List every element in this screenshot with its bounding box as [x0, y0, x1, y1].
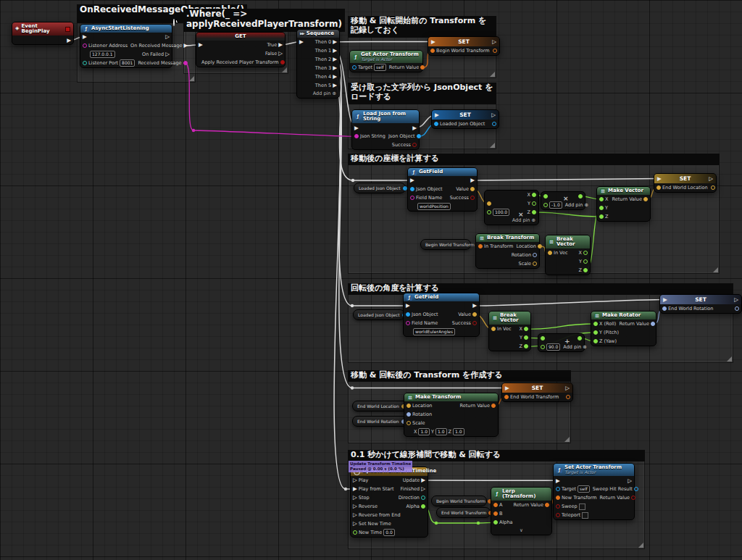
- exec-pin[interactable]: ▷: [492, 39, 496, 45]
- value-box[interactable]: 0.0: [383, 529, 395, 536]
- exec-pin[interactable]: ▶: [431, 39, 435, 45]
- exec-pin[interactable]: ▶: [333, 83, 337, 88]
- float-pin[interactable]: [543, 203, 548, 207]
- get-node[interactable]: GET▶True▶False▷Apply Received Player Tra…: [196, 32, 285, 67]
- float-pin[interactable]: [599, 197, 604, 201]
- object-pin[interactable]: [403, 186, 407, 191]
- comment-title-position[interactable]: 移動後の座標を計算する: [348, 154, 720, 165]
- bool-pin[interactable]: [470, 196, 475, 200]
- exec-pin[interactable]: ▷: [628, 478, 632, 484]
- float-pin[interactable]: [541, 336, 545, 340]
- object-pin[interactable]: [634, 487, 638, 491]
- exec-pin[interactable]: ▶: [333, 65, 337, 71]
- value-box[interactable]: worldEulerAngles: [413, 328, 455, 335]
- timeline-node[interactable]: UpdateTransformTimeline▷PlayUpdate▶▶Play…: [350, 467, 428, 538]
- rotator-pin[interactable]: [533, 253, 537, 257]
- float-pin[interactable]: [421, 504, 425, 509]
- value-box[interactable]: 100.0: [493, 209, 509, 216]
- exec-pin[interactable]: ▶: [67, 38, 71, 43]
- make-vector-node[interactable]: ⊞Make VectorXReturn ValueYZ: [596, 186, 651, 222]
- load-json-node[interactable]: ƒLoad Json from String▶▶Json StringJson …: [351, 109, 420, 150]
- variable-pill-pill-end-wr[interactable]: End World Rotation: [352, 416, 408, 427]
- float-pin[interactable]: [543, 194, 548, 198]
- exec-pin[interactable]: ▶: [333, 57, 337, 62]
- exec-pin[interactable]: ▶: [663, 297, 667, 303]
- mult-100-node[interactable]: ×XY100.0ZAdd pin ⊕: [484, 190, 539, 225]
- value-box[interactable]: self: [578, 485, 590, 493]
- lerp-node[interactable]: ƒLerp (Transform)AReturn ValueBAlpha∨: [491, 487, 552, 535]
- value-box[interactable]: 127.0.0.1: [90, 51, 115, 58]
- variable-pill-pill-end-wt-f[interactable]: End World Transform: [436, 507, 491, 518]
- scale-value-box[interactable]: 1.0: [435, 428, 447, 435]
- bool-pin[interactable]: [556, 513, 560, 517]
- bool-pin[interactable]: [556, 504, 560, 509]
- exec-pin[interactable]: ▷: [565, 385, 570, 391]
- exec-pin[interactable]: ▷: [165, 34, 170, 40]
- object-pin[interactable]: [492, 122, 496, 126]
- value-box[interactable]: self: [374, 64, 386, 71]
- float-pin[interactable]: [524, 327, 528, 331]
- get-actor-t-node[interactable]: ƒGet Actor TransformTarget is ActorTarge…: [349, 50, 423, 72]
- set-end-wr-node[interactable]: ▶SET▷End World Rotation: [659, 294, 742, 314]
- float-pin[interactable]: [532, 201, 536, 206]
- exec-pin[interactable]: ▶: [333, 74, 337, 80]
- float-pin[interactable]: [583, 259, 588, 264]
- exec-pin[interactable]: ▷: [353, 512, 357, 518]
- vector-pin[interactable]: [407, 421, 411, 425]
- node-footer[interactable]: ∨: [491, 527, 551, 535]
- comment-title-record[interactable]: 移動 & 回転開始前の Transform を記録しておく: [348, 16, 496, 38]
- break-transform-node[interactable]: ⊞Break TransformIn TransformLocationRota…: [475, 233, 540, 269]
- exec-pin[interactable]: ▶: [412, 125, 417, 131]
- comment-title-loadjson[interactable]: 受け取った文字列から JsonObject をロードする: [348, 83, 496, 104]
- exec-pin[interactable]: ▶: [199, 42, 203, 48]
- vector-pin[interactable]: [491, 327, 496, 331]
- variable-pill-pill-jo-c[interactable]: Loaded Json Object: [354, 183, 406, 193]
- rotator-pin[interactable]: [407, 412, 411, 417]
- exec-pin[interactable]: ▶: [184, 43, 188, 49]
- comment-resize-handle-maketransform[interactable]: [564, 437, 570, 442]
- vector-pin[interactable]: [470, 187, 475, 191]
- comment-resize-handle-position[interactable]: [713, 267, 718, 272]
- comment-title-maketransform[interactable]: 移動 & 回転後の Transform を作成する: [348, 370, 571, 382]
- float-pin[interactable]: [487, 210, 491, 214]
- transform-pin[interactable]: [420, 65, 425, 70]
- string-pin[interactable]: [406, 321, 410, 325]
- set-begin-wt-node[interactable]: ▶SET▷Begin World Transform: [428, 36, 500, 56]
- float-pin[interactable]: [599, 214, 604, 219]
- float-pin[interactable]: [353, 530, 357, 535]
- object-pin[interactable]: [417, 134, 421, 138]
- string-pin[interactable]: [354, 134, 359, 138]
- variable-pill-pill-begin-wt-f[interactable]: Begin World Transform: [431, 496, 487, 506]
- transform-pin[interactable]: [556, 496, 560, 500]
- exec-pin[interactable]: ▶: [421, 477, 425, 483]
- transform-pin[interactable]: [545, 503, 549, 507]
- async-node[interactable]: ƒAsyncStartListening▶▷Listener AddressOn…: [80, 24, 172, 68]
- exec-pin[interactable]: ▷: [278, 51, 283, 57]
- comment-resize-handle-lerp[interactable]: [638, 543, 643, 548]
- exec-pin[interactable]: ▶: [406, 303, 410, 309]
- transform-pin[interactable]: [504, 395, 509, 399]
- exec-pin[interactable]: ▶: [505, 385, 509, 391]
- mult-neg1-node[interactable]: ×-1.0Add pin ⊕: [541, 191, 585, 210]
- float-pin[interactable]: [524, 344, 528, 348]
- float-pin[interactable]: [599, 206, 604, 210]
- float-pin[interactable]: [493, 520, 498, 525]
- float-pin[interactable]: [593, 330, 598, 335]
- break-vec-c-node[interactable]: ⊞Break VectorIn VecXYZ: [545, 235, 591, 275]
- float-pin[interactable]: [593, 322, 598, 326]
- float-pin[interactable]: [583, 251, 588, 255]
- exec-pin[interactable]: ▷: [165, 51, 170, 57]
- exec-pin[interactable]: ▷: [709, 176, 713, 182]
- exec-pin[interactable]: ▶: [354, 125, 359, 131]
- make-transform-node[interactable]: ⊞Make TransformLocationReturn ValueRotat…: [404, 393, 499, 437]
- int-pin[interactable]: [421, 496, 425, 500]
- transform-pin[interactable]: [566, 395, 570, 399]
- checkbox[interactable]: [582, 512, 588, 519]
- float-pin[interactable]: [593, 339, 598, 343]
- rotator-pin[interactable]: [735, 306, 739, 311]
- bool-pin[interactable]: [280, 60, 285, 64]
- transform-pin[interactable]: [493, 511, 498, 516]
- getfield-rot-node[interactable]: ƒGetField▶▶Json ObjectValueField NameSuc…: [403, 293, 480, 337]
- vector-pin[interactable]: [538, 244, 542, 248]
- exec-pin[interactable]: ▷: [734, 297, 738, 303]
